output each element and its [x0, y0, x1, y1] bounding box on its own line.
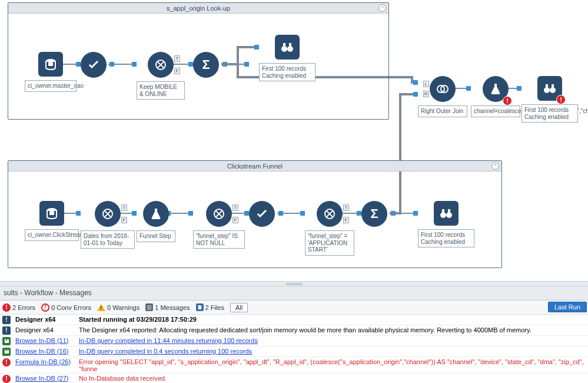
save-icon [2, 348, 11, 356]
svg-rect-38 [147, 309, 151, 309]
info-icon: ! [2, 316, 11, 324]
svg-rect-34 [442, 209, 444, 212]
flask-icon [149, 207, 163, 221]
port-true: T [343, 204, 349, 211]
tool-filter[interactable]: T F Keep MOBILE & ONLINE [137, 52, 185, 100]
log-message-cell: Error opening "SELECT "appl_id", "s_appl… [77, 357, 588, 374]
log-icon-cell [0, 346, 13, 357]
log-source-link[interactable]: Formula In-DB (26) [15, 358, 71, 365]
binoculars-icon [280, 40, 294, 54]
log-message-cell: In-DB query completed in 11:44 minutes r… [77, 336, 588, 346]
filter-icon [212, 207, 226, 221]
toolbar-warnings[interactable]: 0 Warnings [97, 304, 139, 311]
flask-icon [489, 82, 503, 96]
log-message-link[interactable]: In-DB query completed in 0.4 seconds ret… [79, 348, 252, 355]
svg-point-23 [544, 87, 550, 93]
error-icon: ! [2, 375, 11, 383]
tool-browse-indb-2[interactable]: ! First 100 records Caching enabled [521, 76, 578, 123]
log-row[interactable]: !Designer x64Started running at 03/29/20… [0, 315, 588, 325]
log-icon-cell: ! [0, 357, 13, 374]
svg-rect-26 [552, 84, 554, 87]
collapse-icon[interactable]: ⌃ [491, 162, 499, 170]
filter-icon [101, 207, 115, 221]
toolbar-conv-errors[interactable]: ! 0 Conv Errors [41, 303, 91, 312]
tool-summarize-2[interactable]: Σ [361, 201, 387, 227]
svg-point-33 [446, 212, 452, 218]
binoculars-icon [543, 81, 557, 95]
tool-browse-indb-3[interactable]: First 100 records Caching enabled [418, 201, 474, 247]
port-true: T [121, 204, 127, 211]
log-message-cell: No In-Database data received. [77, 374, 588, 384]
port-true: T [232, 204, 238, 211]
tool-label: Funnel Step [137, 230, 175, 242]
files-icon [196, 303, 204, 311]
log-row[interactable]: !Designer x64The Designer x64 reported: … [0, 325, 588, 336]
port-false: F [121, 217, 127, 223]
tool-filter-3[interactable]: T F "funnel_step" IS NOT NULL [193, 201, 245, 249]
toolbar-messages[interactable]: 1 Messages [145, 303, 190, 311]
container-bottom-header[interactable]: Clickstream Funnel ⌃ [8, 161, 501, 171]
warnings-count: 0 Warnings [107, 304, 139, 311]
log-source-cell: Designer x64 [13, 315, 77, 325]
check-icon [87, 58, 101, 72]
tool-filter-4[interactable]: T F "funnel_step" = 'APPLICATION START' [305, 201, 354, 256]
container-top-title: s_appl_origin Look-up [167, 5, 230, 12]
tool-datastream-in-2[interactable]: ci_owner.ClickStream [25, 201, 79, 241]
tool-formula-indb[interactable]: ! channel=coalesce("s_application_origin… [471, 76, 520, 117]
sigma-icon: Σ [370, 206, 378, 222]
tool-browse-indb[interactable]: First 100 records Caching enabled [259, 35, 315, 81]
files-count: 2 Files [205, 304, 224, 311]
log-row[interactable]: !Formula In-DB (26)Error opening "SELECT… [0, 357, 588, 374]
info-icon: ! [2, 326, 11, 335]
toolbar-files[interactable]: 2 Files [196, 303, 224, 311]
tool-filter-2[interactable]: T F Dates from 2018-01-01 to Today [81, 201, 135, 249]
log-row[interactable]: Browse In-DB (11)In-DB query completed i… [0, 336, 588, 346]
database-icon [44, 57, 58, 71]
warning-icon [97, 304, 105, 311]
svg-point-24 [550, 87, 556, 93]
check-icon [255, 207, 269, 221]
tool-label: channel=coalesce("s_application_origin",… [471, 105, 520, 117]
svg-rect-19 [283, 43, 285, 46]
tool-join-indb[interactable]: L R Right Outer Join [418, 76, 467, 117]
error-badge-icon: ! [556, 95, 566, 104]
tool-select[interactable] [81, 52, 107, 78]
tool-label: First 100 records Caching enabled [521, 104, 578, 123]
error-icon: ! [2, 358, 11, 367]
log-source-link[interactable]: Browse In-DB (16) [15, 348, 68, 355]
log-icon-cell [0, 336, 13, 346]
panel-resize-bar[interactable] [0, 281, 588, 286]
log-message-link[interactable]: In-DB query completed in 11:44 minutes r… [79, 337, 258, 344]
collapse-icon[interactable]: ⌃ [378, 4, 386, 12]
grip-icon [286, 283, 303, 285]
tool-label: ci_owner.ClickStream [25, 229, 79, 241]
log-source-link[interactable]: Browse In-DB (11) [15, 337, 68, 344]
tool-label: "funnel_step" = 'APPLICATION START' [305, 230, 354, 256]
filter-icon [323, 207, 337, 221]
log-row[interactable]: !Browse In-DB (27)No In-Database data re… [0, 374, 588, 384]
tool-summarize[interactable]: Σ [193, 52, 219, 78]
svg-rect-37 [147, 308, 151, 308]
last-run-button[interactable]: Last Run [548, 302, 587, 312]
save-icon [2, 337, 11, 345]
container-top-header[interactable]: s_appl_origin Look-up ⌃ [8, 3, 388, 14]
workflow-canvas[interactable]: s_appl_origin Look-up ⌃ Clickstream Funn… [0, 0, 588, 281]
binoculars-icon [439, 206, 453, 220]
tool-select-2[interactable] [249, 201, 275, 227]
svg-rect-36 [147, 306, 151, 306]
svg-rect-15 [48, 62, 53, 66]
toolbar-errors[interactable]: ! 2 Errors [2, 303, 35, 312]
log-error-text: Error opening "SELECT "appl_id", "s_appl… [79, 358, 584, 372]
tool-formula-2[interactable]: Funnel Step [137, 201, 175, 242]
log-source-cell: Browse In-DB (11) [13, 336, 77, 346]
filter-all-button[interactable]: All [230, 303, 248, 312]
log-row[interactable]: Browse In-DB (16)In-DB query completed i… [0, 346, 588, 357]
tool-datastream-in[interactable]: ci_owner.master_oao [25, 52, 77, 92]
log-source-cell: Designer x64 [13, 325, 77, 336]
results-panel-title: sults - Workflow - Messages [0, 286, 588, 301]
tool-label: First 100 records Caching enabled [259, 63, 315, 81]
filter-icon [154, 58, 168, 72]
log-source-link[interactable]: Browse In-DB (27) [15, 375, 68, 382]
log-source-cell: Browse In-DB (27) [13, 374, 77, 384]
port-false: F [343, 217, 349, 223]
